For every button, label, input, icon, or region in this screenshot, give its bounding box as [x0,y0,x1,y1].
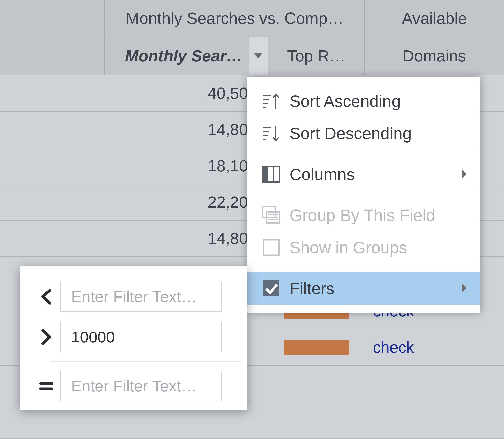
filter-input-eq[interactable] [61,371,222,401]
column-context-menu: Sort Ascending Sort Descending Columns [247,77,480,313]
sort-desc-icon [261,123,282,144]
checkbox-checked-icon [261,278,282,299]
filter-flyout [20,267,247,410]
svg-rect-11 [263,167,268,182]
filter-row-eq [32,366,241,406]
menu-filters[interactable]: Filters [247,272,480,305]
equals-icon [32,380,61,392]
filter-row-gt [32,317,241,357]
menu-group-by-field[interactable]: Group By This Field [247,199,480,232]
filter-row-lt [32,277,241,317]
menu-item-label: Sort Ascending [290,92,401,111]
cell-monthly-searches: 18,10 [105,148,268,184]
domain-link[interactable]: check [365,329,504,365]
column-header-domains[interactable]: Domains [365,37,504,75]
column-menu-trigger[interactable] [249,37,268,75]
svg-rect-20 [263,280,279,296]
cell-monthly-searches: 40,50 [105,75,268,111]
svg-rect-19 [264,240,279,255]
menu-item-label: Sort Descending [290,124,412,143]
column-header-top-r[interactable]: Top R… [268,37,365,75]
cell-monthly-searches: 14,80 [105,112,268,147]
group-header-available[interactable]: Available [365,0,504,37]
column-header-monthly-searches[interactable]: Monthly Sear… [105,37,268,75]
greater-than-icon [32,329,61,345]
group-icon [261,205,282,225]
submenu-arrow-icon [460,165,468,184]
menu-columns[interactable]: Columns [247,158,480,191]
menu-item-label: Group By This Field [290,206,435,225]
cell-monthly-searches: 14,80 [105,220,268,256]
menu-show-in-groups[interactable]: Show in Groups [247,232,480,264]
chevron-down-icon [254,53,262,59]
menu-sort-ascending[interactable]: Sort Ascending [247,85,480,117]
menu-sort-descending[interactable]: Sort Descending [247,117,480,149]
filter-input-lt[interactable] [61,281,222,312]
svg-marker-21 [462,283,467,293]
menu-item-label: Filters [290,279,334,298]
bar-indicator [284,340,349,355]
menu-item-label: Show in Groups [290,238,407,257]
less-than-icon [32,289,61,305]
filter-input-gt[interactable] [61,322,222,352]
columns-icon [261,164,282,184]
menu-item-label: Columns [290,165,355,184]
group-header-row: Monthly Searches vs. Comp… Available [0,0,504,37]
submenu-arrow-icon [460,279,468,298]
group-header-monthly[interactable]: Monthly Searches vs. Comp… [105,0,365,37]
checkbox-unchecked-icon [261,237,282,258]
column-header-row: Monthly Sear… Top R… Domains [0,37,504,75]
column-header-label: Monthly Sear… [125,47,242,65]
sort-asc-icon [261,91,282,111]
cell-monthly-searches: 22,20 [105,184,268,220]
svg-marker-13 [462,169,467,179]
